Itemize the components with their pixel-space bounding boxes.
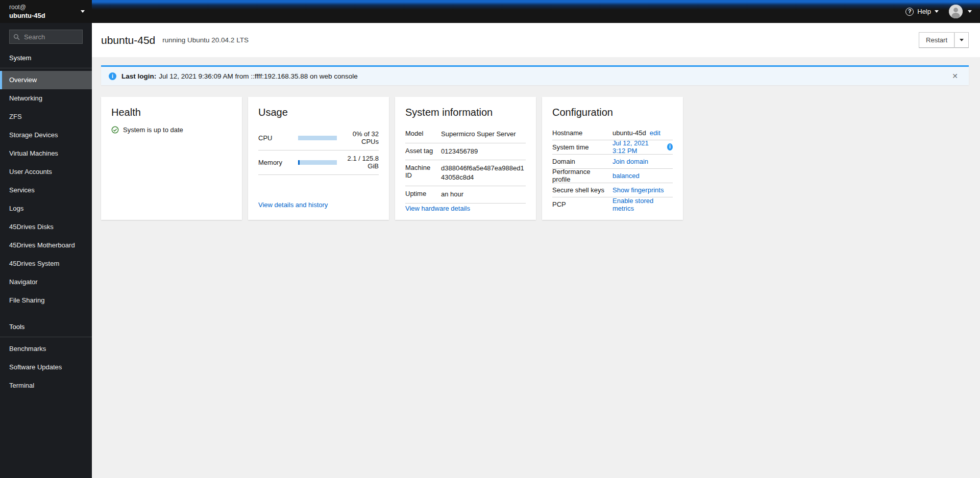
model-label: Model [405, 130, 436, 139]
sidebar-item-services[interactable]: Services [0, 181, 92, 199]
sidebar-item-terminal[interactable]: Terminal [0, 376, 92, 395]
domain-label: Domain [552, 158, 607, 165]
model-value: Supermicro Super Server [441, 130, 526, 139]
alert-title: Last login: [121, 72, 156, 80]
page-title: ubuntu-45d [101, 34, 155, 46]
pcp-row: PCP Enable stored metrics [552, 197, 673, 212]
pcp-label: PCP [552, 200, 607, 208]
sidebar-item-zfs[interactable]: ZFS [0, 108, 92, 126]
asset-tag-value: 0123456789 [441, 147, 526, 156]
nav-section-tools: Tools Benchmarks Software Updates Termin… [0, 318, 92, 395]
uptime-row: Uptime an hour [405, 186, 526, 204]
machine-id-row: Machine ID d388046f6a5e487ea988ed143058c… [405, 160, 526, 186]
memory-progress-bar [298, 160, 337, 165]
sidebar-item-software-updates[interactable]: Software Updates [0, 358, 92, 376]
health-card: Health System is up to date [101, 97, 242, 220]
health-status: System is up to date [111, 126, 232, 134]
chevron-down-icon [81, 10, 85, 13]
nav-section-title-system: System [0, 49, 92, 68]
page-header: ubuntu-45d running Ubuntu 20.04.2 LTS Re… [92, 23, 980, 57]
asset-tag-label: Asset tag [405, 147, 436, 156]
usage-card: Usage CPU 0% of 32 CPUs Memory 2.1 / 125… [248, 97, 389, 220]
content-area: i Last login: Jul 12, 2021 9:36:09 AM fr… [92, 57, 980, 478]
join-domain-link[interactable]: Join domain [612, 158, 648, 165]
alert-message: Jul 12, 2021 9:36:09 AM from ::ffff:192.… [159, 72, 358, 80]
enable-stored-metrics-link[interactable]: Enable stored metrics [612, 197, 673, 212]
hostname-edit-link[interactable]: edit [650, 129, 660, 137]
sidebar-item-45drives-motherboard[interactable]: 45Drives Motherboard [0, 236, 92, 255]
model-row: Model Supermicro Super Server [405, 126, 526, 143]
cpu-progress-bar [298, 136, 337, 140]
sidebar-item-networking[interactable]: Networking [0, 89, 92, 108]
chevron-down-icon [935, 10, 939, 13]
system-information-card: System information Model Supermicro Supe… [395, 97, 536, 220]
cpu-label: CPU [258, 134, 298, 142]
performance-profile-label: Performance profile [552, 168, 607, 183]
sidebar-item-45drives-disks[interactable]: 45Drives Disks [0, 218, 92, 236]
user-menu[interactable] [949, 5, 972, 18]
info-icon[interactable]: i [667, 143, 673, 150]
search-icon [13, 34, 20, 40]
usage-card-title: Usage [258, 107, 379, 118]
cpu-usage-row: CPU 0% of 32 CPUs [258, 126, 379, 150]
page-subtitle: running Ubuntu 20.04.2 LTS [162, 36, 249, 44]
help-icon: ? [905, 8, 914, 16]
memory-usage-row: Memory 2.1 / 125.8 GiB [258, 150, 379, 175]
help-menu[interactable]: ? Help [905, 8, 939, 16]
view-details-history-link[interactable]: View details and history [258, 201, 328, 209]
host-switcher-hostname: ubuntu-45d [9, 11, 81, 20]
usage-card-footer: View details and history [258, 200, 379, 210]
domain-row: Domain Join domain [552, 155, 673, 169]
sidebar-item-virtual-machines[interactable]: Virtual Machines [0, 144, 92, 163]
host-switcher-user: root@ [9, 3, 81, 11]
system-time-link[interactable]: Jul 12, 2021 3:12 PM [612, 139, 664, 155]
chevron-down-icon [960, 39, 964, 41]
sidebar-item-user-accounts[interactable]: User Accounts [0, 163, 92, 181]
sidebar-item-overview[interactable]: Overview [0, 71, 92, 89]
system-information-footer: View hardware details [405, 204, 526, 214]
close-icon[interactable]: ✕ [949, 70, 961, 82]
memory-usage-value: 2.1 / 125.8 GiB [337, 155, 379, 170]
asset-tag-row: Asset tag 0123456789 [405, 143, 526, 161]
sidebar-item-benchmarks[interactable]: Benchmarks [0, 340, 92, 358]
sidebar-item-logs[interactable]: Logs [0, 199, 92, 218]
uptime-value: an hour [441, 190, 526, 199]
sidebar-item-navigator[interactable]: Navigator [0, 273, 92, 291]
system-time-row: System time Jul 12, 2021 3:12 PM i [552, 140, 673, 155]
host-switcher[interactable]: root@ ubuntu-45d [0, 0, 92, 23]
performance-profile-link[interactable]: balanced [612, 172, 640, 180]
avatar [949, 5, 963, 18]
restart-button[interactable]: Restart [919, 32, 954, 48]
check-circle-icon [111, 126, 119, 134]
help-label: Help [917, 8, 931, 15]
health-card-title: Health [111, 107, 232, 118]
machine-id-label: Machine ID [405, 164, 436, 182]
health-status-text: System is up to date [123, 126, 183, 134]
view-hardware-details-link[interactable]: View hardware details [405, 205, 470, 212]
masthead: ? Help [92, 0, 980, 23]
sidebar-item-storage-devices[interactable]: Storage Devices [0, 126, 92, 144]
system-time-label: System time [552, 143, 607, 151]
restart-dropdown-toggle[interactable] [954, 32, 969, 48]
app-root: root@ ubuntu-45d System Overview Network… [0, 0, 980, 478]
performance-profile-row: Performance profile balanced [552, 169, 673, 183]
last-login-alert: i Last login: Jul 12, 2021 9:36:09 AM fr… [101, 65, 969, 85]
hostname-label: Hostname [552, 129, 607, 137]
chevron-down-icon [968, 10, 972, 13]
cpu-usage-value: 0% of 32 CPUs [337, 130, 379, 145]
nav-section-system: System Overview Networking ZFS Storage D… [0, 49, 92, 310]
show-fingerprints-link[interactable]: Show fingerprints [612, 186, 664, 194]
overview-cards: Health System is up to date Usage CPU 0%… [101, 97, 969, 220]
configuration-title: Configuration [552, 107, 673, 118]
sidebar-item-file-sharing[interactable]: File Sharing [0, 291, 92, 310]
hostname-row: Hostname ubuntu-45d edit [552, 126, 673, 140]
host-switcher-text: root@ ubuntu-45d [9, 3, 81, 20]
restart-split-button: Restart [919, 32, 969, 48]
sidebar: root@ ubuntu-45d System Overview Network… [0, 0, 92, 478]
nav-section-title-tools: Tools [0, 318, 92, 337]
search-input[interactable] [9, 30, 83, 44]
sidebar-item-45drives-system[interactable]: 45Drives System [0, 255, 92, 273]
hostname-value: ubuntu-45d [612, 129, 646, 137]
uptime-label: Uptime [405, 190, 436, 199]
memory-label: Memory [258, 159, 298, 166]
